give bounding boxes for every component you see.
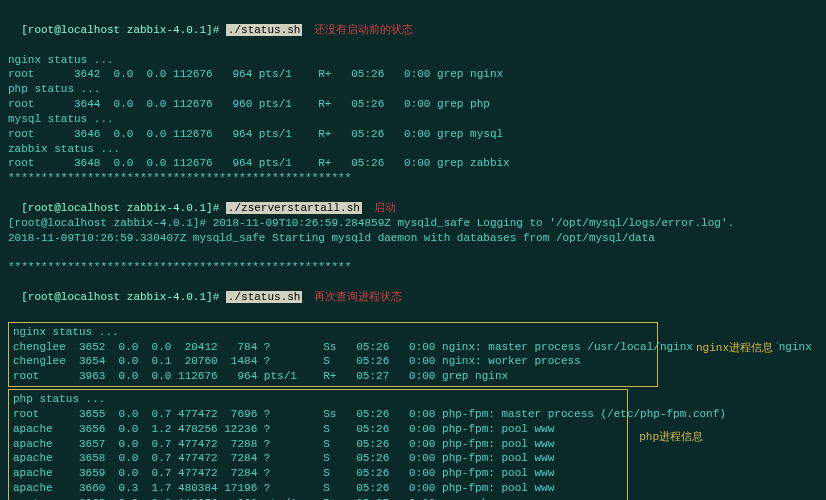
php-row: root 3965 0.0 0.0 112676 960 pts/1 R+ 05… xyxy=(13,496,623,500)
php-label: php进程信息 xyxy=(635,430,707,445)
nginx-row: chenglee 3654 0.0 0.1 20760 1484 ? S 05:… xyxy=(13,354,653,369)
note-3: 再次查询进程状态 xyxy=(314,291,402,303)
zabbix-status-title: zabbix status ... xyxy=(8,142,818,157)
nginx-status-title: nginx status ... xyxy=(8,53,818,68)
start-output-1: [root@localhost zabbix-4.0.1]# 2018-11-0… xyxy=(8,216,818,231)
php-row: apache 3657 0.0 0.7 477472 7288 ? S 05:2… xyxy=(13,437,623,452)
php-row: apache 3659 0.0 0.7 477472 7284 ? S 05:2… xyxy=(13,466,623,481)
nginx-title2: nginx status ... xyxy=(13,325,653,340)
stars-1: ****************************************… xyxy=(8,171,818,186)
nginx-pre-line: root 3642 0.0 0.0 112676 964 pts/1 R+ 05… xyxy=(8,67,818,82)
php-row: root 3655 0.0 0.7 477472 7696 ? Ss 05:26… xyxy=(13,407,623,422)
nginx-label: nginx进程信息 xyxy=(692,341,777,356)
prompt-line-3: [root@localhost zabbix-4.0.1]# ./status.… xyxy=(8,275,818,305)
note-1: 还没有启动前的状态 xyxy=(314,24,413,36)
stars-2: ****************************************… xyxy=(8,260,818,275)
nginx-row: chenglee 3652 0.0 0.0 20412 784 ? Ss 05:… xyxy=(13,340,653,355)
prompt-line-1: [root@localhost zabbix-4.0.1]# ./status.… xyxy=(8,8,818,38)
php-row: apache 3660 0.3 1.7 480384 17196 ? S 05:… xyxy=(13,481,623,496)
empty xyxy=(8,38,818,53)
mysql-status-title: mysql status ... xyxy=(8,112,818,127)
zabbix-pre-line: root 3648 0.0 0.0 112676 964 pts/1 R+ 05… xyxy=(8,156,818,171)
php-status-title: php status ... xyxy=(8,82,818,97)
nginx-row: root 3963 0.0 0.0 112676 964 pts/1 R+ 05… xyxy=(13,369,653,384)
mysql-pre-line: root 3646 0.0 0.0 112676 964 pts/1 R+ 05… xyxy=(8,127,818,142)
empty3 xyxy=(8,305,818,320)
php-pre-line: root 3644 0.0 0.0 112676 960 pts/1 R+ 05… xyxy=(8,97,818,112)
nginx-info-box: nginx status ... chenglee 3652 0.0 0.0 2… xyxy=(8,322,658,387)
cmd-status-1: ./status.sh xyxy=(226,24,303,36)
empty2 xyxy=(8,246,818,261)
prompt-1: [root@localhost zabbix-4.0.1]# xyxy=(21,24,226,36)
php-row: apache 3658 0.0 0.7 477472 7284 ? S 05:2… xyxy=(13,451,623,466)
prompt-3: [root@localhost zabbix-4.0.1]# xyxy=(21,291,226,303)
php-title2: php status ... xyxy=(13,392,623,407)
cmd-status-2: ./status.sh xyxy=(226,291,303,303)
php-info-box: php status ... root 3655 0.0 0.7 477472 … xyxy=(8,389,628,500)
prompt-2: [root@localhost zabbix-4.0.1]# xyxy=(21,202,226,214)
note-2: 启动 xyxy=(374,202,396,214)
cmd-startall: ./zserverstartall.sh xyxy=(226,202,362,214)
prompt-line-2: [root@localhost zabbix-4.0.1]# ./zserver… xyxy=(8,186,818,216)
start-output-2: 2018-11-09T10:26:59.330407Z mysqld_safe … xyxy=(8,231,818,246)
php-row: apache 3656 0.0 1.2 478256 12236 ? S 05:… xyxy=(13,422,623,437)
